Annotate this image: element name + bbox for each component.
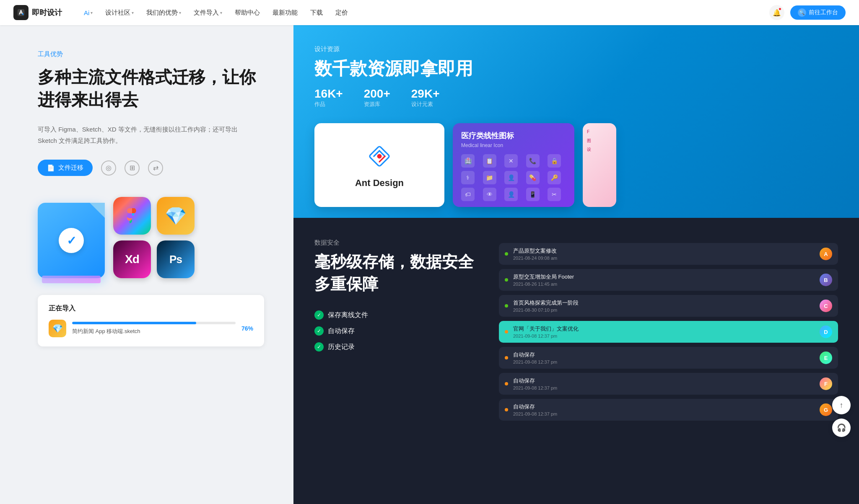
file-big-icon: [38, 203, 105, 278]
nav-pricing[interactable]: 定价: [330, 6, 353, 19]
medical-icon-card[interactable]: 医疗类线性图标 Medical linear Icon 🏥 📋 ✕ 📞 🔒 ⚕ …: [453, 123, 574, 207]
dot-orange-4: [505, 330, 508, 333]
med-icon-12: 👁: [483, 188, 496, 201]
figma-icon: [113, 197, 151, 235]
med-icon-14: 📱: [526, 188, 540, 201]
avatar-1: A: [820, 248, 832, 260]
advantage-label: 工具优势: [38, 50, 264, 58]
med-icon-6: ⚕: [461, 171, 475, 184]
ant-design-logo: [365, 142, 394, 173]
floating-buttons: ↑ 🎧: [832, 396, 851, 437]
navbar-right: 🔔 🔍 前往工作台: [769, 5, 846, 20]
ds-item-2[interactable]: 原型交互增加全局 Footer 2021-08-26 11:45 am B: [499, 269, 838, 291]
ds-feature-3: ✓ 历史记录: [314, 342, 474, 352]
ds-item-5[interactable]: 自动保存 2021-09-08 12:37 pm E: [499, 347, 838, 369]
navbar: 即时设计 Ai ▾ 设计社区 ▾ 我们的优势 ▾ 文件导入 ▾ 帮助中心 最新功…: [0, 0, 859, 25]
dot-orange-7: [505, 408, 508, 411]
nav-import[interactable]: 文件导入 ▾: [189, 6, 227, 19]
headphone-button[interactable]: 🎧: [832, 419, 851, 437]
ds-item-text-4: 官网「关于我们」文案优化 2021-09-08 12:37 pm: [513, 325, 815, 339]
import-percent: 76%: [241, 325, 253, 332]
ds-item-6[interactable]: 自动保存 2021-09-08 12:37 pm F: [499, 373, 838, 395]
med-icon-3: ✕: [504, 154, 518, 168]
design-resources-card: 设计资源 数千款资源即拿即用 16K+ 作品 200+ 资源库 29K+ 设计元…: [293, 25, 859, 218]
migrate-button[interactable]: 📄 文件迁移: [38, 160, 93, 176]
ds-label: 数据安全: [314, 239, 474, 247]
med-icon-1: 🏥: [461, 154, 475, 168]
medical-icons-grid: 🏥 📋 ✕ 📞 🔒 ⚕ 📁 👤 💊 🔑 🏷 👁 👤 📱: [461, 154, 566, 201]
ds-item-7[interactable]: 自动保存 2021-09-08 12:37 pm G: [499, 399, 838, 421]
nav-items: Ai ▾ 设计社区 ▾ 我们的优势 ▾ 文件导入 ▾ 帮助中心 最新功能 下载 …: [79, 6, 769, 19]
search-icon: 🔍: [798, 8, 806, 17]
ant-design-card[interactable]: Ant Design: [314, 123, 444, 207]
ds-item-text-3: 首页风格探索完成第一阶段 2021-08-30 07:10 pm: [513, 299, 815, 313]
med-icon-8: 👤: [504, 171, 518, 184]
scroll-up-button[interactable]: ↑: [832, 396, 851, 414]
goto-workspace-button[interactable]: 🔍 前往工作台: [790, 5, 846, 20]
chevron-down-icon: ▾: [91, 10, 93, 15]
avatar-7: G: [820, 403, 832, 416]
ds-item-text-7: 自动保存 2021-09-08 12:37 pm: [513, 403, 815, 416]
dot-green-1: [505, 252, 508, 256]
xd-icon: Xd: [113, 240, 151, 278]
logo-text: 即时设计: [32, 8, 62, 18]
nav-new[interactable]: 最新功能: [267, 6, 303, 19]
ant-design-name: Ant Design: [355, 178, 404, 189]
dr-label: 设计资源: [314, 45, 838, 53]
med-icon-7: 📁: [483, 171, 496, 184]
notification-dot: [779, 8, 781, 10]
medical-title: 医疗类线性图标: [461, 131, 566, 141]
nav-help[interactable]: 帮助中心: [230, 6, 265, 19]
ds-item-3[interactable]: 首页风格探索完成第一阶段 2021-08-30 07:10 pm C: [499, 295, 838, 317]
import-filename: 简约新闻 App 移动端.sketch: [72, 328, 236, 335]
dr-stat-works: 16K+ 作品: [314, 87, 343, 108]
med-icon-11: 🏷: [461, 188, 475, 201]
circle-icon-1[interactable]: ◎: [101, 160, 116, 176]
app-icons-grid: 💎 Xd Ps: [113, 197, 195, 278]
ds-left: 数据安全 毫秒级存储，数据安全多重保障 ✓ 保存离线文件 ✓ 自动保存 ✓ 历史…: [314, 239, 474, 483]
ds-item-4[interactable]: 官网「关于我们」文案优化 2021-09-08 12:37 pm D: [499, 321, 838, 343]
merge-icon[interactable]: ⇄: [148, 160, 163, 176]
avatar-5: E: [820, 352, 832, 364]
right-panel: 设计资源 数千款资源即拿即用 16K+ 作品 200+ 资源库 29K+ 设计元…: [293, 25, 859, 504]
main-title: 多种主流文件格式迁移，让你进得来出得去: [38, 66, 264, 111]
ds-feature-1: ✓ 保存离线文件: [314, 310, 474, 320]
med-icon-9: 💊: [526, 171, 540, 184]
svg-point-3: [377, 154, 382, 158]
dot-orange-5: [505, 356, 508, 359]
check-icon-1: ✓: [314, 310, 324, 320]
dr-stat-library: 200+ 资源库: [364, 87, 390, 108]
dr-stat-elements: 29K+ 设计元素: [411, 87, 440, 108]
ds-features: ✓ 保存离线文件 ✓ 自动保存 ✓ 历史记录: [314, 310, 474, 352]
pink-card: F 图 设: [583, 123, 616, 207]
main-content: 工具优势 多种主流文件格式迁移，让你进得来出得去 可导入 Figma、Sketc…: [0, 25, 859, 504]
nav-ai[interactable]: Ai ▾: [79, 7, 98, 19]
ds-item-text-6: 自动保存 2021-09-08 12:37 pm: [513, 377, 815, 390]
medical-sub: Medical linear Icon: [461, 142, 566, 148]
nav-download[interactable]: 下载: [305, 6, 328, 19]
ds-item-text-1: 产品原型文案修改 2021-08-24 09:08 am: [513, 247, 815, 261]
avatar-6: F: [820, 377, 832, 390]
ds-right: 产品原型文案修改 2021-08-24 09:08 am A 原型交互增加全局 …: [499, 239, 838, 483]
main-desc: 可导入 Figma、Sketch、XD 等文件，无缝衔接以往工作内容；还可导出 …: [38, 124, 239, 146]
notification-bell[interactable]: 🔔: [769, 5, 784, 20]
ds-item-1[interactable]: 产品原型文案修改 2021-08-24 09:08 am A: [499, 243, 838, 265]
ds-title: 毫秒级存储，数据安全多重保障: [314, 251, 474, 295]
grid-icon[interactable]: ⊞: [125, 160, 140, 176]
ds-item-text-5: 自动保存 2021-09-08 12:37 pm: [513, 351, 815, 364]
med-icon-10: 🔑: [548, 171, 561, 184]
avatar-2: B: [820, 274, 832, 286]
data-security-card: 数据安全 毫秒级存储，数据安全多重保障 ✓ 保存离线文件 ✓ 自动保存 ✓ 历史…: [293, 218, 859, 504]
sketch-icon: 💎: [157, 197, 195, 235]
import-info: 简约新闻 App 移动端.sketch: [72, 322, 236, 335]
import-thumb-icon: 💎: [49, 320, 66, 337]
logo[interactable]: 即时设计: [13, 5, 62, 20]
med-icon-13: 👤: [504, 188, 518, 201]
chevron-down-icon: ▾: [220, 10, 222, 15]
nav-advantage[interactable]: 我们的优势 ▾: [141, 6, 186, 19]
nav-community[interactable]: 设计社区 ▾: [100, 6, 139, 19]
med-icon-5: 🔒: [548, 154, 561, 168]
import-title: 正在导入: [49, 304, 253, 313]
dr-stats: 16K+ 作品 200+ 资源库 29K+ 设计元素: [314, 87, 838, 108]
chevron-down-icon: ▾: [179, 10, 181, 15]
